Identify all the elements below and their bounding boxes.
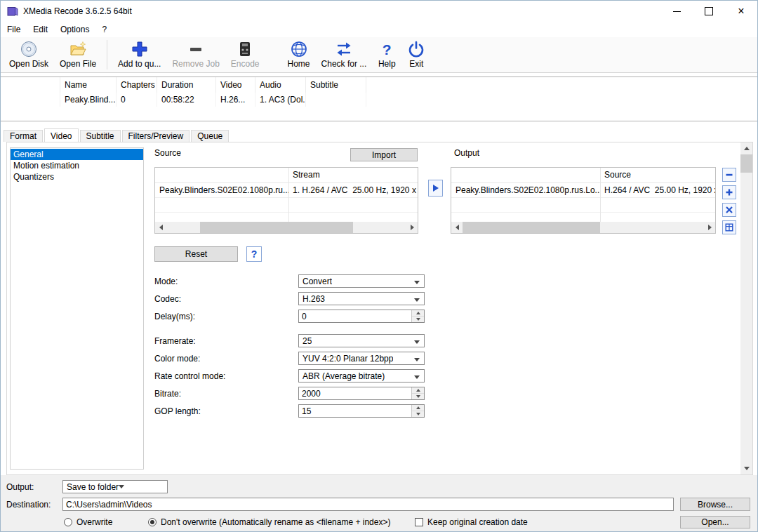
keep-date-checkbox[interactable]: Keep original creation date (415, 517, 528, 527)
category-quantizers[interactable]: Quantizers (11, 171, 143, 182)
scroll-thumb[interactable] (200, 222, 353, 233)
help-button[interactable]: ? Help (372, 39, 401, 69)
remove-stream-button[interactable] (722, 168, 736, 182)
scroll-thumb[interactable] (740, 154, 752, 173)
job-column-subtitle[interactable]: Subtitle (306, 77, 366, 93)
browse-button[interactable]: Browse... (680, 498, 750, 511)
clear-stream-button[interactable] (722, 203, 736, 217)
bitrate-spinner[interactable] (298, 387, 425, 400)
import-button[interactable]: Import (350, 148, 418, 161)
source-stream-column[interactable]: Stream (288, 168, 418, 182)
spin-up-button[interactable] (412, 310, 424, 317)
overwrite-radio[interactable]: Overwrite (64, 517, 112, 527)
add-to-queue-button[interactable]: Add to qu... (112, 39, 166, 69)
tab-strip: Format Video Subtitle Filters/Preview Qu… (4, 130, 230, 142)
delay-spinner[interactable] (298, 310, 425, 323)
output-mode-select[interactable]: Save to folder (62, 480, 168, 493)
scroll-down-button[interactable] (740, 463, 752, 474)
job-column-audio[interactable]: Audio (255, 77, 306, 93)
tab-format[interactable]: Format (4, 130, 43, 142)
source-file-cell: Peaky.Blinders.S02E02.1080p.ru... (155, 183, 288, 197)
plus-icon (131, 40, 149, 58)
source-stream-row[interactable]: Peaky.Blinders.S02E02.1080p.ru... 1. H.2… (155, 183, 418, 198)
tab-queue[interactable]: Queue (191, 130, 229, 142)
tab-filters-preview[interactable]: Filters/Preview (122, 130, 190, 142)
output-h-scrollbar[interactable] (451, 222, 715, 233)
tab-video[interactable]: Video (44, 128, 78, 142)
menu-file[interactable]: File (1, 22, 27, 36)
mode-select[interactable]: Convert (298, 274, 425, 288)
rate-control-select[interactable]: ABR (Average bitrate) (298, 369, 425, 383)
open-file-button[interactable]: Open File (54, 39, 102, 69)
category-general[interactable]: General (11, 149, 143, 160)
job-column-blank (1, 77, 60, 93)
chevron-down-icon (414, 358, 420, 361)
codec-select[interactable]: H.263 (298, 292, 425, 305)
transfer-stream-button[interactable] (428, 180, 443, 197)
grid-view-button[interactable] (722, 220, 736, 234)
folder-icon (69, 40, 87, 58)
down-arrow-icon (744, 467, 750, 470)
tab-subtitle[interactable]: Subtitle (80, 130, 121, 142)
scroll-track[interactable] (463, 222, 704, 233)
job-cell-subtitle (306, 93, 366, 107)
menu-options[interactable]: Options (54, 22, 95, 36)
job-column-duration[interactable]: Duration (157, 77, 216, 93)
scroll-track[interactable] (166, 222, 406, 233)
play-arrow-icon (433, 185, 439, 192)
menubar: File Edit Options ? (1, 22, 757, 37)
output-source-cell: H.264 / AVC 25.00 Hz, 1920 x 1080 (600, 183, 715, 197)
open-disk-button[interactable]: Open Disk (4, 39, 54, 69)
output-stream-row[interactable]: Peaky.Blinders.S02E02.1080p.rus.Lo... H.… (451, 183, 715, 198)
scroll-right-button[interactable] (406, 222, 418, 233)
color-mode-select[interactable]: YUV 4:2:0 Planar 12bpp (298, 352, 425, 365)
spin-down-button[interactable] (412, 411, 424, 417)
spin-up-button[interactable] (412, 387, 424, 394)
overwrite-radio-label: Overwrite (77, 517, 112, 527)
dont-overwrite-radio[interactable]: Don't overwrite (Automatically rename as… (148, 517, 390, 527)
gop-length-spinner[interactable] (298, 404, 425, 418)
scroll-left-button[interactable] (155, 222, 166, 233)
exit-button[interactable]: Exit (401, 39, 431, 69)
menu-edit[interactable]: Edit (27, 22, 54, 36)
menu-help[interactable]: ? (95, 22, 113, 36)
category-motion-estimation[interactable]: Motion estimation (11, 160, 143, 171)
job-column-name[interactable]: Name (60, 77, 117, 93)
source-label: Source (154, 147, 181, 159)
job-column-video[interactable]: Video (216, 77, 255, 93)
scroll-left-button[interactable] (451, 222, 463, 233)
color-mode-label: Color mode: (154, 353, 200, 364)
output-empty-row (451, 198, 715, 213)
spin-down-button[interactable] (412, 317, 424, 322)
home-button[interactable]: Home (282, 39, 316, 69)
delay-input[interactable] (299, 310, 411, 322)
panel-v-scrollbar[interactable] (740, 142, 752, 474)
chevron-down-icon (414, 340, 420, 344)
scroll-right-button[interactable] (704, 222, 715, 233)
maximize-button[interactable] (693, 1, 725, 22)
minimize-button[interactable] (660, 1, 693, 22)
scroll-up-button[interactable] (740, 142, 752, 154)
reset-button[interactable]: Reset (154, 246, 238, 262)
destination-input[interactable] (62, 498, 674, 511)
codec-help-button[interactable]: ? (246, 246, 262, 262)
job-row[interactable]: Peaky.Blind... 0 00:58:22 H.26... 1. AC3… (1, 93, 758, 107)
framerate-select[interactable]: 25 (298, 334, 425, 347)
gop-length-input[interactable] (299, 405, 411, 417)
add-stream-button[interactable] (722, 185, 736, 199)
output-source-column[interactable]: Source (600, 168, 715, 182)
check-for-updates-button[interactable]: Check for ... (316, 39, 373, 69)
spin-up-button[interactable] (412, 405, 424, 411)
job-list-header: Name Chapters Duration Video Audio Subti… (1, 77, 758, 93)
job-cell-duration: 00:58:22 (157, 93, 216, 107)
close-button[interactable]: × (725, 1, 757, 22)
remove-job-button: Remove Job (166, 39, 225, 69)
source-h-scrollbar[interactable] (155, 222, 418, 233)
spin-down-button[interactable] (412, 394, 424, 399)
maximize-icon (705, 7, 713, 15)
job-column-chapters[interactable]: Chapters (117, 77, 157, 93)
bitrate-input[interactable] (299, 387, 411, 399)
scroll-thumb[interactable] (463, 222, 600, 233)
open-folder-button[interactable]: Open... (680, 516, 750, 528)
left-arrow-icon (456, 225, 459, 230)
